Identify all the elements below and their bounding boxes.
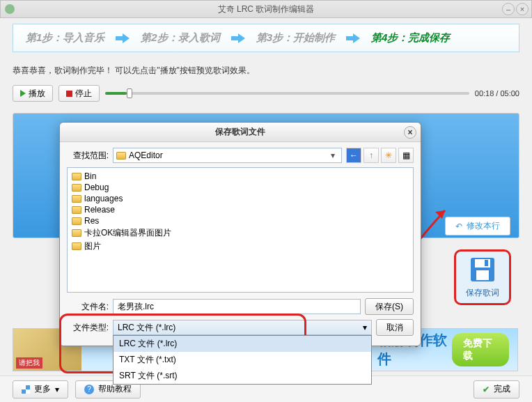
progress-slider[interactable] [105, 92, 469, 95]
window-title: 艾奇 LRC 歌词制作编辑器 [218, 3, 315, 15]
step-4: 第4步：完成保存 [371, 31, 450, 45]
titlebar: 艾奇 LRC 歌词制作编辑器 – × [0, 0, 532, 18]
folder-icon [72, 242, 81, 250]
app-icon [5, 4, 15, 14]
filetype-option[interactable]: SRT 文件 (*.srt) [114, 368, 371, 384]
list-item[interactable]: Debug [70, 182, 410, 193]
list-item[interactable]: Res [70, 215, 410, 226]
dialog-close-button[interactable]: × [404, 126, 416, 139]
folder-icon [72, 229, 81, 237]
up-button[interactable]: ↑ [363, 148, 379, 163]
save-dialog: 保存歌词文件 × 查找范围: AQEditor ▾ ← ↑ ✳ ▦ BinDeb… [59, 122, 421, 346]
filetype-option[interactable]: TXT 文件 (*.txt) [114, 352, 371, 368]
chevron-down-icon: ▾ [327, 150, 338, 160]
folder-icon [72, 195, 81, 203]
dialog-title: 保存歌词文件 [215, 126, 265, 138]
folder-icon [72, 173, 81, 180]
arrow-icon [231, 33, 245, 43]
help-icon: ? [84, 385, 94, 394]
save-button[interactable]: 保存(S) [365, 298, 414, 315]
list-item[interactable]: 卡拉OK编辑器界面图片 [70, 226, 410, 240]
filetype-selected: LRC 文件 (*.lrc) [118, 322, 175, 334]
stop-icon [66, 91, 72, 97]
view-button[interactable]: ▦ [398, 148, 414, 163]
filetype-select[interactable]: LRC 文件 (*.lrc) ▾ [113, 320, 372, 335]
folder-icon [116, 152, 126, 160]
filetype-option[interactable]: LRC 文件 (*.lrc) [114, 336, 371, 352]
grid-icon [22, 385, 30, 394]
stop-button[interactable]: 停止 [58, 85, 100, 102]
cancel-button[interactable]: 取消 [376, 319, 414, 336]
undo-icon: ↶ [455, 222, 462, 231]
play-button[interactable]: 播放 [13, 85, 53, 102]
folder-select[interactable]: AQEditor ▾ [113, 148, 342, 163]
chevron-down-icon: ▾ [363, 323, 367, 332]
filetype-dropdown: LRC 文件 (*.lrc)TXT 文件 (*.txt)SRT 文件 (*.sr… [113, 335, 372, 385]
download-button[interactable]: 免费下载 [452, 333, 509, 366]
arrow-icon [116, 33, 130, 43]
filename-input[interactable] [113, 299, 361, 314]
minimize-button[interactable]: – [502, 3, 515, 15]
filetype-label: 文件类型: [67, 322, 109, 334]
step-1: 第1步：导入音乐 [26, 31, 104, 45]
file-list[interactable]: BinDebuglanguagesReleaseRes卡拉OK编辑器界面图片图片 [67, 167, 414, 293]
folder-icon [72, 184, 81, 192]
step-2: 第2步：录入歌词 [141, 31, 219, 45]
folder-icon [72, 206, 81, 214]
list-item[interactable]: Release [70, 204, 410, 215]
complete-button[interactable]: ✔完成 [474, 380, 519, 399]
svg-rect-3 [485, 260, 488, 266]
step-3: 第3步：开始制作 [256, 31, 335, 45]
save-lyric-button[interactable]: 保存歌词 [454, 249, 511, 305]
new-folder-button[interactable]: ✳ [381, 148, 396, 163]
list-item[interactable]: languages [70, 193, 410, 204]
step-bar: 第1步：导入音乐 第2步：录入歌词 第3步：开始制作 第4步：完成保存 [13, 24, 519, 52]
save-lyric-label: 保存歌词 [466, 287, 499, 299]
svg-rect-2 [476, 270, 489, 280]
dialog-titlebar: 保存歌词文件 × [60, 123, 421, 142]
close-button[interactable]: × [516, 3, 529, 15]
arrow-icon [346, 33, 360, 43]
folder-icon [72, 217, 81, 225]
save-icon [469, 256, 496, 283]
more-button[interactable]: 更多▾ [13, 380, 68, 399]
check-icon: ✔ [483, 385, 490, 394]
chevron-down-icon: ▾ [55, 385, 59, 394]
folder-name: AQEditor [129, 150, 163, 160]
filename-label: 文件名: [67, 301, 109, 313]
time-display: 00:18 / 05:00 [475, 89, 519, 98]
back-button[interactable]: ← [346, 148, 361, 163]
range-label: 查找范围: [67, 150, 109, 162]
congrats-text: 恭喜恭喜，歌词制作完毕！ 可以先点击"播放"按钮预览歌词效果。 [13, 65, 519, 77]
play-icon [20, 90, 26, 97]
list-item[interactable]: Bin [70, 171, 410, 182]
list-item[interactable]: 图片 [70, 240, 410, 253]
